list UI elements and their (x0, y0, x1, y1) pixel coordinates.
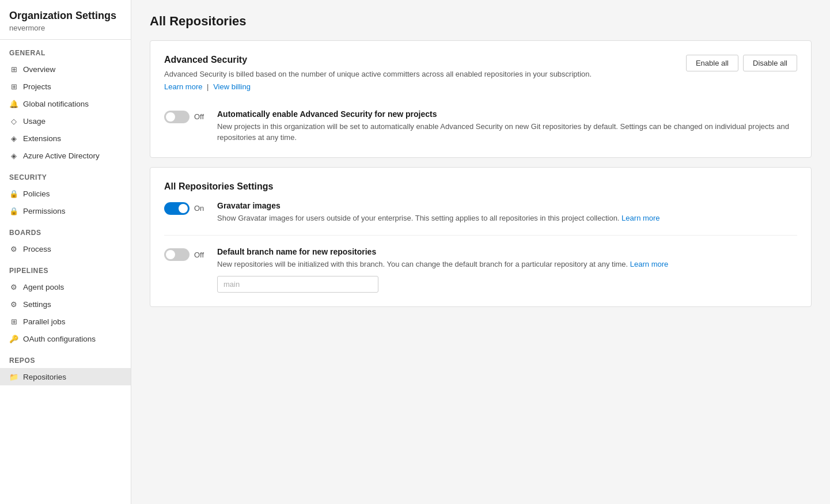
toggle-content: Automatically enable Advanced Security f… (217, 109, 797, 143)
gear-icon: ⚙ (9, 300, 18, 309)
enable-all-button[interactable]: Enable all (686, 55, 738, 71)
advanced-security-card: Advanced Security Advanced Security is b… (150, 40, 812, 158)
section-label-security: Security (0, 164, 131, 185)
advanced-security-links: Learn more | View billing (164, 82, 677, 91)
default-branch-toggle-wrapper: Off (164, 247, 208, 261)
advanced-security-desc: Advanced Security is billed based on the… (164, 69, 677, 80)
default-branch-toggle-content: Default branch name for new repositories… (217, 247, 797, 293)
sidebar-item-global-notifications[interactable]: 🔔 Global notifications (0, 95, 131, 112)
advanced-security-toggle-row: Off Automatically enable Advanced Securi… (164, 109, 797, 143)
section-label-general: General (0, 40, 131, 60)
card-header-buttons: Enable all Disable all (686, 55, 797, 71)
card-header-info: Advanced Security Advanced Security is b… (164, 55, 677, 100)
sidebar-item-projects[interactable]: ⊞ Projects (0, 78, 131, 95)
sidebar-item-parallel-jobs[interactable]: ⊞ Parallel jobs (0, 313, 131, 330)
sidebar-item-policies[interactable]: 🔒 Policies (0, 185, 131, 202)
toggle-wrapper: Off (164, 109, 208, 123)
default-branch-learn-more-link[interactable]: Learn more (630, 260, 668, 268)
page-title: All Repositories (150, 14, 812, 29)
sidebar: Organization Settings nevermore General … (0, 0, 131, 504)
sidebar-item-overview[interactable]: ⊞ Overview (0, 60, 131, 78)
sidebar-item-settings[interactable]: ⚙ Settings (0, 295, 131, 313)
gravatar-desc: Show Gravatar images for users outside o… (217, 213, 797, 224)
toggle-off-label: Off (194, 112, 208, 121)
gravatar-toggle-slider (164, 202, 190, 215)
sidebar-item-agent-pools[interactable]: ⚙ Agent pools (0, 278, 131, 295)
grid-icon: ⊞ (9, 82, 18, 91)
gravatar-toggle[interactable] (164, 202, 190, 215)
toggle-setting-desc: New projects in this organization will b… (217, 121, 797, 143)
azure-icon: ◈ (9, 151, 18, 160)
link-separator: | (207, 82, 209, 91)
section-label-boards: Boards (0, 219, 131, 240)
section-label-repos: Repos (0, 347, 131, 368)
grid-icon: ⊞ (9, 65, 18, 74)
chart-icon: ◇ (9, 116, 18, 126)
repo-icon: 📁 (9, 372, 18, 381)
learn-more-link[interactable]: Learn more (164, 82, 202, 91)
section-label-pipelines: Pipelines (0, 257, 131, 278)
gear-icon: ⚙ (9, 282, 18, 291)
extensions-icon: ◈ (9, 134, 18, 143)
main-content: All Repositories Advanced Security Advan… (131, 0, 830, 504)
sidebar-item-repositories[interactable]: 📁 Repositories (0, 368, 131, 385)
org-title: Organization Settings (9, 9, 122, 22)
branch-name-input[interactable] (217, 276, 378, 293)
advanced-security-toggle[interactable] (164, 111, 190, 123)
gravatar-toggle-wrapper: On (164, 201, 208, 215)
default-branch-toggle[interactable] (164, 248, 190, 261)
sidebar-header: Organization Settings nevermore (0, 0, 131, 40)
gravatar-toggle-row: On Gravatar images Show Gravatar images … (164, 201, 797, 224)
view-billing-link[interactable]: View billing (213, 82, 251, 91)
sidebar-item-permissions[interactable]: 🔒 Permissions (0, 202, 131, 219)
gravatar-title: Gravatar images (217, 201, 797, 210)
advanced-security-title: Advanced Security (164, 55, 677, 65)
default-branch-desc: New repositories will be initialized wit… (217, 259, 797, 270)
all-repositories-settings-card: All Repositories Settings On Gravatar im… (150, 167, 812, 307)
key-icon: 🔑 (9, 334, 18, 343)
default-branch-toggle-slider (164, 248, 190, 261)
default-branch-title: Default branch name for new repositories (217, 247, 797, 256)
lock-icon: 🔒 (9, 206, 18, 215)
toggle-slider (164, 111, 190, 123)
gravatar-toggle-label: On (194, 204, 208, 213)
gravatar-toggle-content: Gravatar images Show Gravatar images for… (217, 201, 797, 224)
bell-icon: 🔔 (9, 99, 18, 108)
sidebar-item-oauth-configurations[interactable]: 🔑 OAuth configurations (0, 330, 131, 347)
gravatar-learn-more-link[interactable]: Learn more (621, 214, 660, 222)
sidebar-item-extensions[interactable]: ◈ Extensions (0, 130, 131, 147)
disable-all-button[interactable]: Disable all (743, 55, 797, 71)
default-branch-toggle-row: Off Default branch name for new reposito… (164, 247, 797, 293)
default-branch-toggle-label: Off (194, 251, 208, 259)
card-header-row: Advanced Security Advanced Security is b… (164, 55, 797, 100)
gear-icon: ⚙ (9, 244, 18, 253)
sidebar-item-process[interactable]: ⚙ Process (0, 240, 131, 257)
toggle-setting-title: Automatically enable Advanced Security f… (217, 109, 797, 119)
all-repositories-settings-title: All Repositories Settings (164, 181, 797, 192)
sidebar-item-usage[interactable]: ◇ Usage (0, 112, 131, 130)
org-sub: nevermore (9, 24, 122, 32)
sidebar-item-azure-active-directory[interactable]: ◈ Azure Active Directory (0, 147, 131, 164)
divider (164, 235, 797, 236)
lock-icon: 🔒 (9, 189, 18, 198)
parallel-icon: ⊞ (9, 317, 18, 326)
